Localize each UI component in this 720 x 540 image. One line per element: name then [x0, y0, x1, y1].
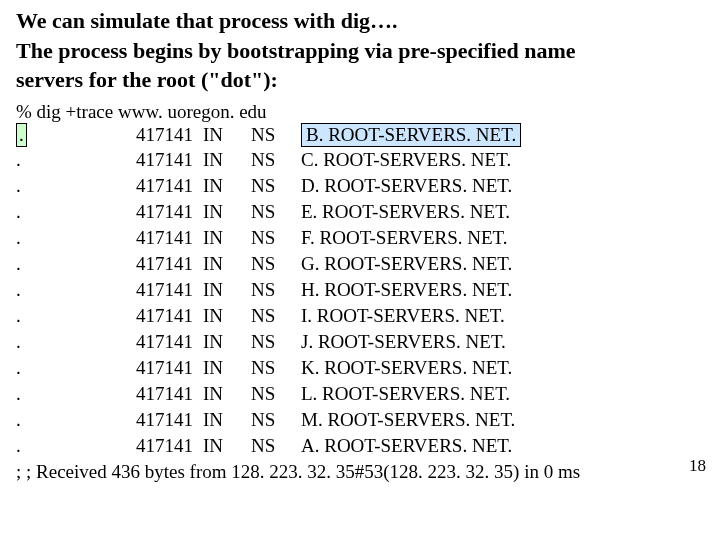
intro-line: We can simulate that process with dig….	[16, 8, 398, 33]
rr-rdata: G. ROOT-SERVERS. NET.	[301, 253, 561, 279]
rr-class: IN	[203, 409, 251, 435]
rr-class: IN	[203, 383, 251, 409]
rr-type: NS	[251, 175, 301, 201]
table-row: .417141INNSC. ROOT-SERVERS. NET.	[16, 149, 561, 175]
highlight-root-server: B. ROOT-SERVERS. NET.	[301, 123, 521, 147]
rr-name: .	[16, 357, 136, 383]
rr-type: NS	[251, 409, 301, 435]
rr-type: NS	[251, 331, 301, 357]
table-row: .417141INNSM. ROOT-SERVERS. NET.	[16, 409, 561, 435]
rr-name: .	[16, 253, 136, 279]
table-row: .417141INNSI. ROOT-SERVERS. NET.	[16, 305, 561, 331]
rr-class: IN	[203, 435, 251, 461]
rr-type: NS	[251, 279, 301, 305]
rr-rdata: I. ROOT-SERVERS. NET.	[301, 305, 561, 331]
rr-rdata: B. ROOT-SERVERS. NET.	[301, 123, 561, 149]
table-row: .417141INNSH. ROOT-SERVERS. NET.	[16, 279, 561, 305]
rr-rdata: A. ROOT-SERVERS. NET.	[301, 435, 561, 461]
rr-ttl: 417141	[136, 201, 203, 227]
rr-class: IN	[203, 305, 251, 331]
dns-records-body: .417141INNSB. ROOT-SERVERS. NET..417141I…	[16, 123, 561, 461]
rr-name: .	[16, 409, 136, 435]
table-row: .417141INNSE. ROOT-SERVERS. NET.	[16, 201, 561, 227]
rr-rdata: L. ROOT-SERVERS. NET.	[301, 383, 561, 409]
rr-class: IN	[203, 253, 251, 279]
rr-type: NS	[251, 253, 301, 279]
intro-text: We can simulate that process with dig…. …	[16, 6, 704, 95]
rr-name: .	[16, 123, 136, 149]
dig-command: % dig +trace www. uoregon. edu	[16, 101, 704, 123]
rr-name: .	[16, 305, 136, 331]
rr-ttl: 417141	[136, 435, 203, 461]
rr-class: IN	[203, 279, 251, 305]
rr-name: .	[16, 227, 136, 253]
rr-class: IN	[203, 227, 251, 253]
rr-ttl: 417141	[136, 279, 203, 305]
rr-ttl: 417141	[136, 253, 203, 279]
rr-class: IN	[203, 175, 251, 201]
rr-rdata: F. ROOT-SERVERS. NET.	[301, 227, 561, 253]
rr-name: .	[16, 331, 136, 357]
table-row: .417141INNSK. ROOT-SERVERS. NET.	[16, 357, 561, 383]
rr-type: NS	[251, 201, 301, 227]
highlight-root-dot: .	[16, 123, 27, 147]
table-row: .417141INNSF. ROOT-SERVERS. NET.	[16, 227, 561, 253]
rr-type: NS	[251, 123, 301, 149]
table-row: .417141INNSG. ROOT-SERVERS. NET.	[16, 253, 561, 279]
table-row: .417141INNSA. ROOT-SERVERS. NET.	[16, 435, 561, 461]
rr-name: .	[16, 383, 136, 409]
rr-type: NS	[251, 149, 301, 175]
rr-type: NS	[251, 305, 301, 331]
intro-line: servers for the root ("dot"):	[16, 67, 278, 92]
rr-ttl: 417141	[136, 357, 203, 383]
rr-ttl: 417141	[136, 123, 203, 149]
rr-ttl: 417141	[136, 331, 203, 357]
rr-name: .	[16, 279, 136, 305]
received-footer: ; ; Received 436 bytes from 128. 223. 32…	[16, 461, 704, 483]
dns-records-table: .417141INNSB. ROOT-SERVERS. NET..417141I…	[16, 123, 561, 461]
rr-type: NS	[251, 227, 301, 253]
rr-ttl: 417141	[136, 383, 203, 409]
rr-type: NS	[251, 435, 301, 461]
rr-class: IN	[203, 357, 251, 383]
table-row: .417141INNSJ. ROOT-SERVERS. NET.	[16, 331, 561, 357]
rr-rdata: H. ROOT-SERVERS. NET.	[301, 279, 561, 305]
rr-class: IN	[203, 201, 251, 227]
rr-ttl: 417141	[136, 227, 203, 253]
rr-rdata: C. ROOT-SERVERS. NET.	[301, 149, 561, 175]
rr-rdata: D. ROOT-SERVERS. NET.	[301, 175, 561, 201]
page-number: 18	[689, 456, 706, 476]
rr-ttl: 417141	[136, 149, 203, 175]
rr-type: NS	[251, 383, 301, 409]
rr-class: IN	[203, 149, 251, 175]
rr-ttl: 417141	[136, 175, 203, 201]
rr-ttl: 417141	[136, 305, 203, 331]
rr-ttl: 417141	[136, 409, 203, 435]
rr-rdata: E. ROOT-SERVERS. NET.	[301, 201, 561, 227]
table-row: .417141INNSB. ROOT-SERVERS. NET.	[16, 123, 561, 149]
rr-name: .	[16, 149, 136, 175]
rr-rdata: K. ROOT-SERVERS. NET.	[301, 357, 561, 383]
table-row: .417141INNSD. ROOT-SERVERS. NET.	[16, 175, 561, 201]
rr-name: .	[16, 175, 136, 201]
table-row: .417141INNSL. ROOT-SERVERS. NET.	[16, 383, 561, 409]
slide: We can simulate that process with dig…. …	[0, 0, 720, 540]
rr-rdata: J. ROOT-SERVERS. NET.	[301, 331, 561, 357]
rr-name: .	[16, 201, 136, 227]
rr-name: .	[16, 435, 136, 461]
rr-class: IN	[203, 123, 251, 149]
rr-rdata: M. ROOT-SERVERS. NET.	[301, 409, 561, 435]
rr-class: IN	[203, 331, 251, 357]
rr-type: NS	[251, 357, 301, 383]
intro-line: The process begins by bootstrapping via …	[16, 38, 576, 63]
